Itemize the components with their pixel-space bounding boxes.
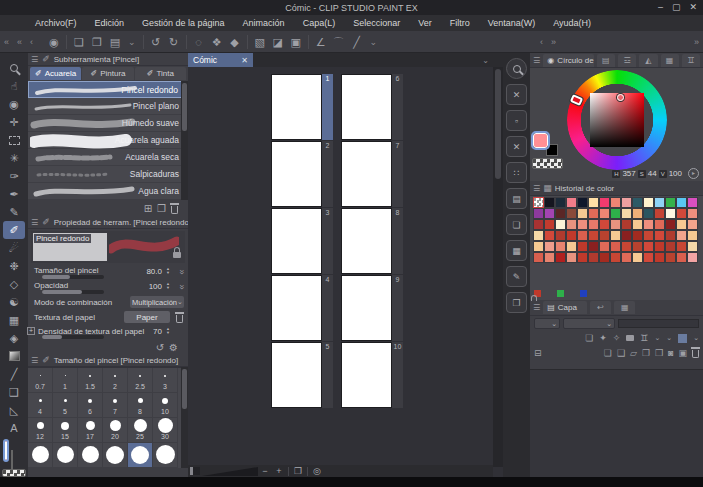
history-swatch[interactable] — [533, 241, 544, 252]
delete-subtool-button[interactable] — [171, 206, 178, 214]
operation-tool[interactable]: ◉ — [3, 95, 25, 113]
history-swatch[interactable] — [676, 219, 687, 230]
opacity-field[interactable] — [618, 319, 699, 328]
fill-tool[interactable]: ◈ — [3, 329, 25, 347]
page-thumb-7[interactable]: 7 — [341, 141, 403, 207]
history-swatch[interactable] — [610, 241, 621, 252]
eraser-tool[interactable]: ◇ — [3, 275, 25, 293]
brush-size-menu-icon[interactable]: ☰ — [31, 356, 38, 365]
history-swatch[interactable] — [533, 219, 544, 230]
toolbar-options-chevron[interactable]: ⌄ — [366, 37, 382, 47]
brush-item[interactable]: Pincel plano — [28, 98, 188, 115]
size-preset[interactable]: 25 — [128, 418, 153, 443]
history-swatch[interactable] — [588, 230, 599, 241]
history-swatch[interactable] — [599, 219, 610, 230]
history-swatch[interactable] — [533, 197, 544, 208]
split-view-icon[interactable]: ⊟ — [534, 348, 542, 358]
layer-list-empty[interactable] — [530, 369, 703, 477]
frame-border-tool[interactable]: ❑ — [3, 383, 25, 401]
history-swatch[interactable] — [687, 230, 698, 241]
tab-color-mixing[interactable]: ♊ — [682, 54, 700, 67]
advanced-settings-button[interactable]: ⚙ — [169, 342, 178, 353]
menu-capa[interactable]: Capa(L) — [294, 15, 345, 31]
new-folder-button[interactable]: ▱ — [630, 348, 637, 358]
history-swatch[interactable] — [643, 252, 654, 263]
size-preset[interactable] — [53, 443, 78, 468]
transparent-color-swatch[interactable] — [2, 469, 26, 477]
delete-layer-button[interactable] — [692, 350, 699, 358]
paper-texture-button[interactable]: Paper — [124, 311, 170, 323]
opacity-stepper[interactable]: ▲▼ — [166, 282, 170, 290]
apply-mask-button[interactable]: ▣ — [678, 348, 687, 358]
opacity-slider[interactable] — [42, 290, 104, 294]
size-preset[interactable]: 1.5 — [78, 368, 103, 393]
history-swatch[interactable] — [621, 219, 632, 230]
expand-icon[interactable]: + — [27, 327, 35, 335]
opacity-dynamics-icon[interactable]: » — [176, 284, 186, 289]
zoom-tool[interactable] — [3, 59, 25, 77]
history-swatch[interactable] — [588, 241, 599, 252]
size-preset[interactable] — [78, 443, 103, 468]
history-swatch[interactable] — [533, 208, 544, 219]
subtool-tab-acuarela[interactable]: ✐ Acuarela — [30, 67, 81, 80]
history-swatch[interactable] — [610, 197, 621, 208]
history-swatch[interactable] — [654, 219, 665, 230]
size-preset[interactable]: 8 — [128, 393, 153, 418]
foreground-color-swatch[interactable] — [5, 441, 7, 460]
zoom-out-button[interactable]: − — [258, 466, 272, 476]
color-history-menu-icon[interactable]: ☰ — [533, 184, 540, 193]
texture-density-value[interactable]: 70 — [153, 327, 162, 336]
delete-texture-button[interactable] — [176, 315, 183, 323]
history-swatch[interactable] — [577, 241, 588, 252]
page-thumb-2[interactable]: 2 — [271, 141, 333, 207]
blend-mode-dropdown[interactable]: Multiplicación ⌄ — [130, 296, 184, 308]
history-swatch[interactable] — [643, 241, 654, 252]
background-color-swatch[interactable] — [11, 450, 13, 469]
history-swatch[interactable] — [566, 197, 577, 208]
history-swatch[interactable] — [588, 208, 599, 219]
brush-list-scrollbar[interactable] — [181, 81, 188, 200]
subtool-tab-pintura[interactable]: ✐ Pintura — [82, 67, 133, 80]
size-preset[interactable]: 5 — [53, 393, 78, 418]
merge-layer-button[interactable]: ❒ — [655, 348, 663, 358]
sv-cursor[interactable] — [617, 94, 624, 101]
tab-list-chevron[interactable]: ⌄ — [482, 56, 503, 65]
brush-size-slider[interactable] — [42, 275, 104, 279]
history-swatch[interactable] — [687, 252, 698, 263]
history-swatch[interactable] — [632, 208, 643, 219]
size-preset[interactable]: 15 — [53, 418, 78, 443]
size-preset-selected[interactable] — [128, 443, 153, 468]
eraser-all-button[interactable]: ◆ — [226, 32, 244, 52]
history-swatch[interactable] — [687, 219, 698, 230]
layer-color-swatch[interactable] — [678, 334, 687, 343]
quick-button-7[interactable]: ▦ — [506, 240, 527, 261]
create-mask-button[interactable]: ◙ — [668, 348, 673, 358]
history-swatch[interactable] — [687, 208, 698, 219]
history-swatch[interactable] — [555, 252, 566, 263]
history-swatch[interactable] — [632, 219, 643, 230]
open-file-button[interactable]: ❐ — [88, 32, 106, 52]
history-swatch[interactable] — [566, 208, 577, 219]
brush-tool[interactable]: ✐ — [3, 221, 25, 239]
decoration-tool[interactable]: ❉ — [3, 257, 25, 275]
zoom-slider[interactable] — [202, 467, 258, 476]
blue-mark[interactable] — [580, 290, 587, 297]
pencil-tool[interactable]: ✎ — [3, 203, 25, 221]
size-preset[interactable]: 17 — [78, 418, 103, 443]
clip-at-layer-icon[interactable]: ✦ — [599, 333, 607, 343]
history-swatch[interactable] — [577, 230, 588, 241]
history-swatch[interactable] — [566, 252, 577, 263]
history-swatch[interactable] — [687, 241, 698, 252]
brush-size-value[interactable]: 80.0 — [146, 267, 162, 276]
foreground-color-swatch[interactable] — [533, 133, 548, 148]
size-preset[interactable] — [103, 443, 128, 468]
history-swatch[interactable] — [665, 252, 676, 263]
add-subtool-button[interactable]: ⊞ — [144, 203, 152, 214]
size-preset[interactable]: 1 — [53, 368, 78, 393]
app-logo-icon[interactable]: ◉ — [45, 32, 63, 52]
history-swatch[interactable] — [676, 241, 687, 252]
size-preset[interactable]: 0.7 — [28, 368, 53, 393]
close-tab-icon[interactable]: ✕ — [241, 56, 248, 65]
undo-button[interactable]: ↺ — [147, 32, 165, 52]
brush-size-stepper[interactable]: ▲▼ — [166, 267, 170, 275]
